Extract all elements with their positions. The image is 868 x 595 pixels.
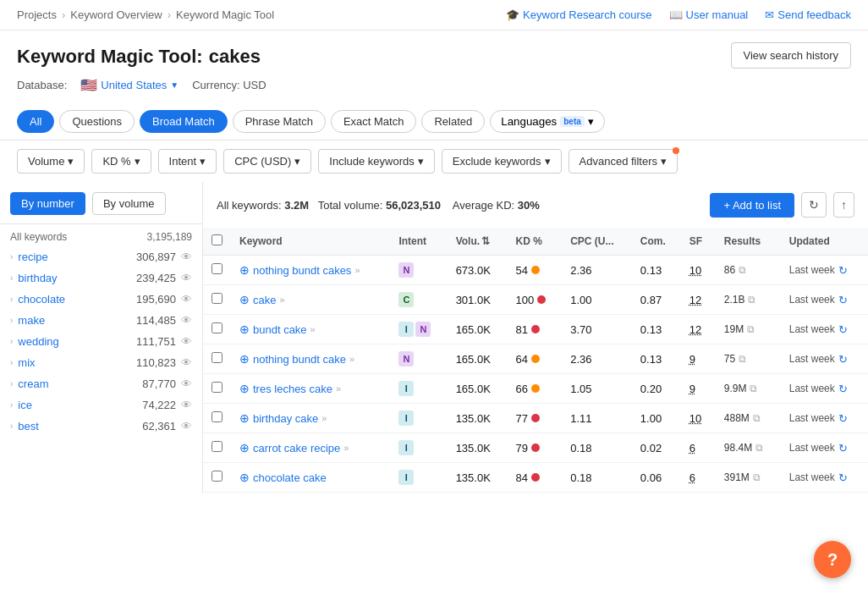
sidebar-item[interactable]: › chocolate 195,690 👁 [0, 289, 202, 310]
tab-phrase-match[interactable]: Phrase Match [233, 110, 326, 133]
select-all-header[interactable] [203, 228, 231, 256]
sf-cell[interactable]: 6 [681, 433, 716, 463]
refresh-icon[interactable]: ↻ [838, 294, 848, 306]
sf-column-header[interactable]: SF [681, 228, 716, 256]
keyword-link[interactable]: ⊕ birthday cake » [239, 411, 382, 425]
row-checkbox-cell[interactable] [203, 315, 231, 344]
eye-icon[interactable]: 👁 [181, 335, 192, 348]
keyword-link[interactable]: ⊕ nothing bundt cake » [239, 352, 382, 366]
sidebar-tab-by-volume[interactable]: By volume [92, 192, 166, 215]
sidebar-item[interactable]: › best 62,361 👁 [0, 416, 202, 437]
view-history-button[interactable]: View search history [731, 42, 851, 69]
send-feedback-link[interactable]: ✉ Send feedback [765, 8, 851, 21]
refresh-icon[interactable]: ↻ [838, 442, 848, 455]
volume-column-header[interactable]: Volu. ⇅ [448, 228, 508, 256]
row-checkbox-cell[interactable] [203, 404, 231, 433]
tab-all[interactable]: All [17, 110, 54, 133]
eye-icon[interactable]: 👁 [181, 356, 192, 369]
keyword-link[interactable]: ⊕ tres leches cake » [239, 382, 382, 395]
add-keyword-icon[interactable]: ⊕ [239, 441, 250, 455]
help-button[interactable]: ? [814, 541, 851, 578]
eye-icon[interactable]: 👁 [181, 314, 192, 327]
sf-cell[interactable]: 10 [681, 404, 716, 433]
eye-icon[interactable]: 👁 [181, 251, 192, 263]
eye-icon[interactable]: 👁 [181, 377, 192, 390]
sf-value[interactable]: 12 [689, 294, 701, 306]
sf-value[interactable]: 10 [689, 264, 701, 277]
refresh-icon[interactable]: ↻ [838, 353, 848, 366]
row-checkbox[interactable] [212, 293, 222, 304]
export-button[interactable]: ↑ [833, 192, 854, 218]
eye-icon[interactable]: 👁 [181, 420, 192, 432]
exclude-keywords-filter[interactable]: Exclude keywords ▾ [442, 149, 562, 174]
add-keyword-icon[interactable]: ⊕ [239, 382, 250, 395]
kd-column-header[interactable]: KD % [508, 228, 563, 256]
keyword-research-course-link[interactable]: 🎓 Keyword Research course [506, 8, 651, 21]
cpc-filter[interactable]: CPC (USD) ▾ [223, 149, 311, 174]
intent-column-header[interactable]: Intent [390, 228, 447, 256]
row-checkbox-cell[interactable] [203, 344, 231, 374]
row-checkbox[interactable] [212, 471, 222, 482]
sf-value[interactable]: 10 [689, 412, 701, 425]
sidebar-item[interactable]: › make 114,485 👁 [0, 310, 202, 331]
sf-value[interactable]: 6 [689, 442, 695, 455]
country-selector[interactable]: 🇺🇸 United States ▼ [80, 77, 179, 93]
sf-cell[interactable]: 9 [681, 344, 716, 374]
add-to-list-button[interactable]: + Add to list [710, 193, 794, 218]
refresh-icon[interactable]: ↻ [838, 412, 848, 425]
sf-cell[interactable]: 12 [681, 315, 716, 344]
tab-questions[interactable]: Questions [59, 110, 135, 133]
row-checkbox[interactable] [212, 352, 222, 363]
row-checkbox[interactable] [212, 441, 222, 452]
sf-cell[interactable]: 12 [681, 285, 716, 315]
user-manual-link[interactable]: 📖 User manual [669, 8, 749, 21]
languages-button[interactable]: Languages beta ▾ [490, 110, 605, 133]
keyword-link[interactable]: ⊕ cake » [239, 293, 382, 306]
sf-value[interactable]: 6 [689, 471, 695, 484]
keyword-link[interactable]: ⊕ nothing bundt cakes » [239, 263, 382, 277]
sidebar-item[interactable]: › ice 74,222 👁 [0, 394, 202, 416]
add-keyword-icon[interactable]: ⊕ [239, 293, 250, 306]
intent-filter[interactable]: Intent ▾ [158, 149, 217, 174]
add-keyword-icon[interactable]: ⊕ [239, 352, 250, 366]
row-checkbox-cell[interactable] [203, 374, 231, 404]
breadcrumb-keyword-overview[interactable]: Keyword Overview [70, 8, 162, 21]
row-checkbox[interactable] [212, 263, 222, 274]
cpc-column-header[interactable]: CPC (U... [562, 228, 632, 256]
sidebar-item[interactable]: › cream 87,770 👁 [0, 373, 202, 394]
row-checkbox-cell[interactable] [203, 433, 231, 463]
tab-exact-match[interactable]: Exact Match [331, 110, 417, 133]
add-keyword-icon[interactable]: ⊕ [239, 322, 250, 336]
sf-cell[interactable]: 10 [681, 256, 716, 285]
add-keyword-icon[interactable]: ⊕ [239, 471, 250, 484]
refresh-button[interactable]: ↻ [801, 192, 827, 218]
row-checkbox-cell[interactable] [203, 285, 231, 315]
volume-filter[interactable]: Volume ▾ [17, 149, 85, 174]
updated-column-header[interactable]: Updated [781, 228, 868, 256]
keyword-link[interactable]: ⊕ carrot cake recipe » [239, 441, 382, 455]
results-column-header[interactable]: Results [716, 228, 781, 256]
sf-cell[interactable]: 9 [681, 374, 716, 404]
refresh-icon[interactable]: ↻ [838, 323, 848, 336]
sf-value[interactable]: 12 [689, 323, 701, 336]
add-keyword-icon[interactable]: ⊕ [239, 263, 250, 277]
breadcrumb-projects[interactable]: Projects [17, 8, 57, 21]
sidebar-item[interactable]: › birthday 239,425 👁 [0, 267, 202, 289]
sf-value[interactable]: 9 [689, 383, 695, 395]
select-all-checkbox[interactable] [212, 234, 222, 245]
eye-icon[interactable]: 👁 [181, 293, 192, 306]
com-column-header[interactable]: Com. [632, 228, 681, 256]
keyword-column-header[interactable]: Keyword [231, 228, 390, 256]
add-keyword-icon[interactable]: ⊕ [239, 411, 250, 425]
kd-filter[interactable]: KD % ▾ [91, 149, 151, 174]
sf-cell[interactable]: 6 [681, 463, 716, 493]
sf-value[interactable]: 9 [689, 353, 695, 366]
eye-icon[interactable]: 👁 [181, 272, 192, 284]
include-keywords-filter[interactable]: Include keywords ▾ [318, 149, 434, 174]
row-checkbox[interactable] [212, 382, 222, 393]
row-checkbox[interactable] [212, 411, 222, 422]
sidebar-item[interactable]: › recipe 306,897 👁 [0, 246, 202, 267]
refresh-icon[interactable]: ↻ [838, 383, 848, 395]
refresh-icon[interactable]: ↻ [838, 264, 848, 277]
keyword-link[interactable]: ⊕ chocolate cake [239, 471, 382, 484]
